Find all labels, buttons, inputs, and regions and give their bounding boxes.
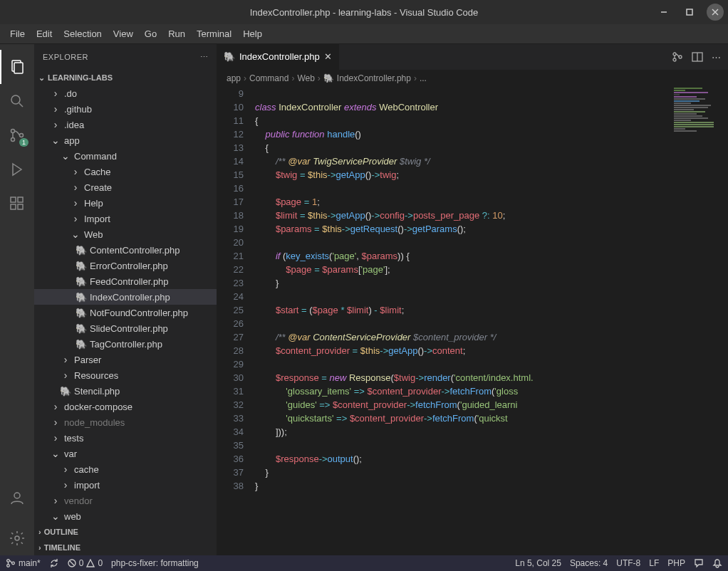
folder-vendor[interactable]: vendor (34, 493, 217, 508)
folder-idea[interactable]: .idea (34, 117, 217, 132)
svg-point-23 (7, 565, 10, 567)
file-index-controller[interactable]: 🐘IndexController.php (34, 289, 217, 305)
folder-tests[interactable]: tests (34, 430, 217, 446)
status-sync[interactable] (49, 558, 59, 568)
folder-create[interactable]: Create (34, 179, 217, 195)
folder-app[interactable]: app (34, 132, 217, 148)
folder-var-import[interactable]: import (34, 477, 217, 493)
file-stencil[interactable]: 🐘Stencil.php (34, 383, 217, 399)
menu-view[interactable]: View (108, 26, 139, 42)
menu-run[interactable]: Run (162, 26, 191, 42)
compare-changes-icon[interactable] (672, 51, 683, 63)
explorer-icon[interactable] (0, 50, 34, 84)
split-editor-icon[interactable] (692, 51, 703, 63)
maximize-button[interactable] (681, 4, 698, 21)
folder-cache[interactable]: Cache (34, 164, 217, 179)
menu-bar: File Edit Selection View Go Run Terminal… (0, 24, 728, 44)
php-icon: 🐘 (76, 339, 87, 350)
code-content[interactable]: class IndexController extends WebControl… (255, 87, 728, 555)
menu-help[interactable]: Help (237, 26, 268, 42)
explorer-more-icon[interactable]: ⋯ (200, 53, 209, 62)
svg-point-6 (11, 95, 20, 104)
minimize-button[interactable] (655, 4, 672, 21)
menu-edit[interactable]: Edit (31, 26, 58, 42)
editor-area: 🐘 IndexController.php ✕ ⋯ app› Command› … (217, 44, 728, 555)
extensions-icon[interactable] (0, 187, 34, 221)
status-notifications-icon[interactable] (712, 558, 722, 568)
outline-header[interactable]: ›OUTLINE (34, 524, 217, 540)
file-content-controller[interactable]: 🐘ContentController.php (34, 242, 217, 258)
svg-rect-1 (687, 9, 692, 15)
svg-line-26 (70, 561, 74, 565)
folder-parser[interactable]: Parser (34, 352, 217, 367)
menu-file[interactable]: File (4, 26, 31, 42)
svg-rect-5 (14, 63, 23, 73)
svg-rect-12 (11, 204, 16, 209)
title-bar: IndexController.php - learning-labs - Vi… (0, 0, 728, 24)
accounts-icon[interactable] (0, 481, 34, 515)
php-icon: 🐘 (60, 386, 71, 397)
folder-web[interactable]: web (34, 508, 217, 524)
settings-gear-icon[interactable] (0, 521, 34, 555)
file-error-controller[interactable]: 🐘ErrorController.php (34, 258, 217, 273)
folder-web[interactable]: Web (34, 226, 217, 242)
folder-command[interactable]: Command (34, 148, 217, 164)
breadcrumb-more[interactable]: ... (420, 73, 427, 83)
tab-index-controller[interactable]: 🐘 IndexController.php ✕ (217, 44, 339, 70)
run-debug-icon[interactable] (0, 152, 34, 187)
svg-point-17 (673, 53, 676, 56)
breadcrumbs[interactable]: app› Command› Web› 🐘 IndexController.php… (217, 70, 728, 87)
file-slide-controller[interactable]: 🐘SlideController.php (34, 320, 217, 336)
folder-node-modules[interactable]: node_modules (34, 414, 217, 430)
status-problems[interactable]: 0 0 (68, 558, 103, 568)
file-feed-controller[interactable]: 🐘FeedController.php (34, 273, 217, 289)
timeline-header[interactable]: ›TIMELINE (34, 540, 217, 555)
activity-bar: 1 (0, 44, 34, 555)
menu-terminal[interactable]: Terminal (191, 26, 237, 42)
project-header[interactable]: ⌄ LEARNING-LABS (34, 70, 217, 85)
php-icon: 🐘 (76, 245, 87, 256)
status-feedback-icon[interactable] (694, 558, 704, 568)
folder-do[interactable]: .do (34, 85, 217, 101)
folder-import[interactable]: Import (34, 211, 217, 226)
explorer-sidebar: EXPLORER ⋯ ⌄ LEARNING-LABS .do .github .… (34, 44, 217, 555)
folder-var-cache[interactable]: cache (34, 461, 217, 477)
status-spaces[interactable]: Spaces: 4 (570, 558, 608, 568)
menu-selection[interactable]: Selection (58, 26, 107, 42)
folder-github[interactable]: .github (34, 101, 217, 117)
status-language[interactable]: PHP (667, 558, 685, 568)
file-notfound-controller[interactable]: 🐘NotFoundController.php (34, 305, 217, 320)
svg-rect-13 (18, 204, 23, 209)
status-formatter[interactable]: php-cs-fixer: formatting (111, 558, 199, 568)
search-icon[interactable] (0, 84, 34, 118)
menu-go[interactable]: Go (139, 26, 162, 42)
breadcrumb-app[interactable]: app (227, 73, 241, 83)
editor-actions: ⋯ (665, 44, 728, 70)
folder-var[interactable]: var (34, 446, 217, 461)
tab-close-icon[interactable]: ✕ (324, 51, 332, 62)
more-actions-icon[interactable]: ⋯ (712, 52, 721, 63)
breadcrumb-web[interactable]: Web (297, 73, 314, 83)
folder-docker[interactable]: docker-compose (34, 399, 217, 414)
file-tree: .do .github .idea app Command Cache Crea… (34, 85, 217, 524)
svg-point-10 (20, 134, 24, 137)
folder-help[interactable]: Help (34, 195, 217, 211)
source-control-icon[interactable]: 1 (0, 118, 34, 152)
php-icon: 🐘 (76, 261, 87, 271)
close-button[interactable] (707, 4, 724, 21)
file-tag-controller[interactable]: 🐘TagController.php (34, 336, 217, 352)
scm-badge: 1 (19, 138, 28, 147)
breadcrumb-command[interactable]: Command (249, 73, 288, 83)
breadcrumb-file[interactable]: IndexController.php (337, 73, 411, 83)
status-encoding[interactable]: UTF-8 (616, 558, 640, 568)
svg-point-8 (11, 130, 15, 133)
status-branch[interactable]: main* (6, 558, 41, 568)
code-editor[interactable]: 9101112131415161718192021222324252627282… (217, 87, 728, 555)
status-cursor[interactable]: Ln 5, Col 25 (515, 558, 561, 568)
minimap[interactable] (671, 87, 728, 555)
chevron-right-icon: › (38, 543, 41, 552)
status-eol[interactable]: LF (649, 558, 659, 568)
php-icon: 🐘 (224, 51, 235, 62)
php-icon: 🐘 (76, 276, 87, 287)
folder-resources[interactable]: Resources (34, 367, 217, 383)
